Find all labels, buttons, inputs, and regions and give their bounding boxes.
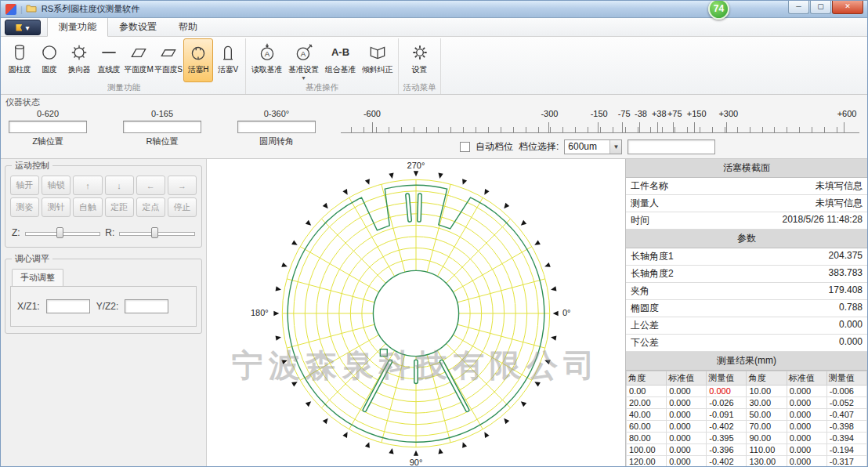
info-row: 下公差0.000 — [626, 335, 867, 352]
titlebar: | RS系列圆柱度仪测量软件 74 ─ ▢ ✕ — [1, 1, 867, 18]
perimeter-marker — [365, 441, 371, 448]
perimeter-marker — [502, 203, 509, 210]
fixed-point-button[interactable]: 定点 — [136, 197, 165, 217]
axis-lock-button[interactable]: 轴锁 — [42, 176, 71, 195]
app-icon — [5, 4, 16, 15]
ribbon-button-label: 换向器 — [67, 64, 90, 75]
leveling-title: 调心调平 — [12, 253, 52, 265]
perimeter-marker — [291, 240, 298, 247]
info-value: 0.000 — [839, 336, 863, 349]
combined-datum-button[interactable]: A-B 组合基准 — [322, 38, 359, 82]
minimize-button[interactable]: ─ — [788, 1, 809, 14]
xz1-input[interactable] — [46, 299, 90, 313]
ruler-label: -75 — [618, 109, 631, 118]
chevron-down-icon[interactable]: ▼ — [609, 140, 621, 154]
cylindricity-button[interactable]: 圆柱度 — [5, 38, 34, 82]
axis-open-button[interactable]: 轴开 — [10, 176, 39, 195]
z-axis-position-input[interactable] — [9, 121, 87, 133]
z-slider-thumb[interactable] — [56, 227, 63, 238]
settings-button[interactable]: 设置 — [401, 38, 438, 82]
ruler-minor-tick — [389, 127, 389, 132]
results-row: 0.000.0000.00010.000.000-0.006 — [627, 386, 867, 397]
ruler-minor-tick — [787, 127, 787, 132]
r-slider[interactable] — [119, 226, 195, 239]
perimeter-marker — [342, 431, 349, 438]
piston-v-button[interactable]: 活塞V — [213, 38, 243, 82]
perimeter-marker — [342, 189, 349, 196]
rotation-angle-input[interactable] — [237, 121, 316, 133]
straightness-button[interactable]: 直线度 — [94, 38, 124, 82]
results-cell: -0.091 — [707, 409, 747, 421]
results-cell: 0.000 — [787, 433, 826, 444]
auto-touch-button[interactable]: 自触 — [73, 197, 102, 217]
folder-icon[interactable] — [26, 4, 37, 15]
flatness-s-button[interactable]: 平面度S — [154, 38, 183, 82]
perimeter-marker — [483, 189, 490, 196]
down-arrow-button[interactable]: ↓ — [105, 176, 134, 195]
yz2-input[interactable] — [125, 299, 168, 313]
r-slider-thumb[interactable] — [151, 227, 158, 238]
auto-gear-label: 自动档位 — [476, 140, 513, 154]
ruler-major-tick — [372, 122, 373, 132]
r-axis-position-input[interactable] — [123, 121, 201, 133]
left-arrow-button[interactable]: ← — [136, 176, 165, 195]
info-value: 未填写信息 — [816, 179, 863, 193]
r-slider-label: R: — [105, 227, 114, 238]
ruler-major-tick — [639, 122, 640, 132]
ribbon-group-label: 测量功能 — [5, 82, 243, 94]
titlebar-separator: | — [20, 5, 23, 14]
ribbon-button-label: 活塞V — [218, 64, 238, 75]
ruler-label: -150 — [591, 109, 608, 118]
info-row: 长轴角度1204.375 — [626, 248, 867, 266]
maximize-button[interactable]: ▢ — [810, 1, 831, 14]
ribbon-button-label: 设置 — [412, 64, 427, 75]
stop-button[interactable]: 停止 — [168, 197, 197, 217]
ruler-minor-tick — [476, 127, 476, 132]
flatness-m-button[interactable]: 平面度M — [124, 38, 154, 82]
tab-measure-functions[interactable]: 测量功能 — [47, 16, 108, 37]
auto-gear-checkbox[interactable] — [460, 142, 470, 152]
info-label: 工件名称 — [631, 179, 668, 193]
cylindricity-icon — [9, 42, 31, 63]
info-label: 椭圆度 — [631, 302, 659, 315]
left-panel: 运动控制 轴开 轴锁 ↑ ↓ ← → 测姿 测针 自触 定距 定点 停止 Z: … — [1, 159, 206, 467]
roundness-button[interactable]: 圆度 — [34, 38, 64, 82]
chevron-down-icon: ▾ — [302, 76, 305, 81]
ruler-minor-tick — [351, 127, 352, 132]
close-button[interactable]: ✕ — [832, 1, 863, 14]
z-slider[interactable] — [25, 226, 101, 239]
tab-parameter-settings[interactable]: 参数设置 — [108, 17, 168, 36]
ribbon-button-label: 圆度 — [42, 64, 56, 75]
right-arrow-button[interactable]: → — [168, 176, 197, 195]
datum-settings-button[interactable]: A 基准设置 ▾ — [285, 38, 322, 82]
datum-settings-icon: A — [293, 42, 315, 63]
gear-select-dropdown[interactable]: 600um ▼ — [564, 139, 622, 154]
yz2-label: Y/Z2: — [96, 301, 119, 312]
commutator-button[interactable]: 换向器 — [64, 38, 94, 82]
ruler-minor-tick — [414, 127, 414, 132]
section-title-results: 测量结果(mm) — [626, 352, 867, 371]
info-label: 时间 — [631, 214, 649, 227]
read-datum-button[interactable]: A 读取基准 — [248, 38, 285, 82]
ribbon-group-measure: 圆柱度 圆度 换向器 直线度 — [2, 38, 246, 94]
polar-chart-area: 270° 90° 180° 0° 宁波森泉科技有限公司 — [206, 159, 626, 467]
ruler-minor-tick — [401, 127, 402, 132]
r-axis-range-label: 0-165 — [151, 109, 173, 118]
up-arrow-button[interactable]: ↑ — [73, 176, 102, 195]
app-menu-button[interactable]: ▾ — [5, 20, 41, 35]
ruler-major-tick — [622, 122, 623, 132]
measure-posture-button[interactable]: 测姿 — [10, 197, 39, 217]
ruler-label: +38 — [652, 109, 667, 118]
fixed-distance-button[interactable]: 定距 — [105, 197, 134, 217]
degree-label-270: 270° — [407, 161, 425, 170]
tab-help[interactable]: 帮助 — [168, 17, 208, 36]
gear-extra-field[interactable] — [627, 139, 715, 154]
window-title: RS系列圆柱度仪测量软件 — [42, 3, 139, 15]
perimeter-marker — [323, 203, 330, 210]
tilt-correction-button[interactable]: 倾斜纠正 — [359, 38, 396, 82]
measure-probe-button[interactable]: 测针 — [42, 197, 71, 217]
results-cell: 120.00 — [627, 456, 667, 467]
results-cell: 100.00 — [627, 444, 667, 456]
piston-h-button[interactable]: 活塞H — [183, 38, 213, 82]
manual-adjust-tab[interactable]: 手动调整 — [12, 269, 63, 286]
